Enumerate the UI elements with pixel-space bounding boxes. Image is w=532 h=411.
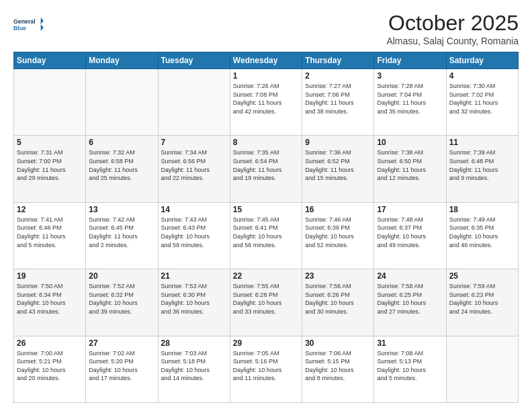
day-number: 13: [89, 205, 154, 214]
header-tuesday: Tuesday: [158, 52, 230, 69]
day-number: 3: [377, 71, 443, 81]
day-info: Sunrise: 7:06 AM Sunset: 5:15 PM Dayligh…: [305, 349, 371, 383]
day-number: 18: [449, 205, 515, 214]
day-info: Sunrise: 7:35 AM Sunset: 6:54 PM Dayligh…: [233, 148, 299, 182]
header-sunday: Sunday: [14, 52, 86, 69]
day-number: 28: [161, 338, 227, 348]
day-info: Sunrise: 7:02 AM Sunset: 5:20 PM Dayligh…: [89, 349, 154, 383]
calendar-cell: 15Sunrise: 7:45 AM Sunset: 6:41 PM Dayli…: [230, 202, 302, 269]
day-info: Sunrise: 7:49 AM Sunset: 6:35 PM Dayligh…: [449, 216, 515, 249]
svg-marker-2: [41, 17, 44, 31]
calendar-cell: 25Sunrise: 7:59 AM Sunset: 6:23 PM Dayli…: [446, 269, 518, 336]
logo: GeneralBlue: [13, 11, 47, 38]
calendar-week-3: 12Sunrise: 7:41 AM Sunset: 6:46 PM Dayli…: [14, 202, 519, 269]
day-number: 1: [233, 71, 299, 81]
calendar-cell: [86, 69, 158, 136]
calendar-cell: 2Sunrise: 7:27 AM Sunset: 7:06 PM Daylig…: [302, 69, 374, 136]
day-number: 29: [233, 338, 299, 348]
header-friday: Friday: [374, 52, 446, 69]
day-info: Sunrise: 7:03 AM Sunset: 5:18 PM Dayligh…: [161, 349, 227, 383]
day-number: 11: [449, 138, 515, 147]
day-info: Sunrise: 7:41 AM Sunset: 6:46 PM Dayligh…: [17, 216, 83, 249]
header-saturday: Saturday: [446, 52, 518, 69]
day-info: Sunrise: 7:52 AM Sunset: 6:32 PM Dayligh…: [89, 282, 154, 316]
calendar-cell: 4Sunrise: 7:30 AM Sunset: 7:02 PM Daylig…: [446, 69, 518, 136]
day-number: 26: [17, 338, 83, 348]
day-info: Sunrise: 7:27 AM Sunset: 7:06 PM Dayligh…: [305, 82, 371, 116]
calendar-cell: 14Sunrise: 7:43 AM Sunset: 6:43 PM Dayli…: [158, 202, 230, 269]
header: GeneralBlue October 2025 Almasu, Salaj C…: [13, 11, 519, 46]
calendar-cell: 11Sunrise: 7:39 AM Sunset: 6:48 PM Dayli…: [446, 136, 518, 202]
day-info: Sunrise: 7:42 AM Sunset: 6:45 PM Dayligh…: [89, 216, 154, 249]
day-number: 2: [305, 71, 371, 81]
calendar-cell: 6Sunrise: 7:32 AM Sunset: 6:58 PM Daylig…: [86, 136, 158, 202]
calendar-cell: 3Sunrise: 7:28 AM Sunset: 7:04 PM Daylig…: [374, 69, 446, 136]
calendar-week-5: 26Sunrise: 7:00 AM Sunset: 5:21 PM Dayli…: [14, 336, 519, 402]
location: Almasu, Salaj County, Romania: [386, 36, 519, 46]
calendar-cell: [446, 336, 518, 402]
day-number: 10: [377, 138, 443, 147]
calendar-cell: 12Sunrise: 7:41 AM Sunset: 6:46 PM Dayli…: [14, 202, 86, 269]
day-info: Sunrise: 7:26 AM Sunset: 7:08 PM Dayligh…: [233, 82, 299, 116]
calendar-week-4: 19Sunrise: 7:50 AM Sunset: 6:34 PM Dayli…: [14, 269, 519, 336]
day-info: Sunrise: 7:59 AM Sunset: 6:23 PM Dayligh…: [449, 282, 515, 316]
calendar-cell: 26Sunrise: 7:00 AM Sunset: 5:21 PM Dayli…: [14, 336, 86, 402]
header-thursday: Thursday: [302, 52, 374, 69]
calendar-cell: 18Sunrise: 7:49 AM Sunset: 6:35 PM Dayli…: [446, 202, 518, 269]
day-number: 9: [305, 138, 371, 147]
day-number: 16: [305, 205, 371, 214]
day-number: 8: [233, 138, 299, 147]
day-info: Sunrise: 7:31 AM Sunset: 7:00 PM Dayligh…: [17, 148, 83, 182]
day-number: 15: [233, 205, 299, 214]
day-number: 23: [305, 271, 371, 281]
day-number: 30: [305, 338, 371, 348]
day-number: 25: [449, 271, 515, 281]
day-info: Sunrise: 7:55 AM Sunset: 6:28 PM Dayligh…: [233, 282, 299, 316]
calendar-cell: 19Sunrise: 7:50 AM Sunset: 6:34 PM Dayli…: [14, 269, 86, 336]
calendar-cell: 21Sunrise: 7:53 AM Sunset: 6:30 PM Dayli…: [158, 269, 230, 336]
calendar-cell: 27Sunrise: 7:02 AM Sunset: 5:20 PM Dayli…: [86, 336, 158, 402]
calendar-cell: 7Sunrise: 7:34 AM Sunset: 6:56 PM Daylig…: [158, 136, 230, 202]
title-block: October 2025 Almasu, Salaj County, Roman…: [386, 11, 519, 46]
day-info: Sunrise: 7:43 AM Sunset: 6:43 PM Dayligh…: [161, 216, 227, 249]
day-number: 22: [233, 271, 299, 281]
day-info: Sunrise: 7:08 AM Sunset: 5:13 PM Dayligh…: [377, 349, 443, 383]
svg-text:Blue: Blue: [13, 25, 26, 32]
calendar-cell: 22Sunrise: 7:55 AM Sunset: 6:28 PM Dayli…: [230, 269, 302, 336]
calendar-week-1: 1Sunrise: 7:26 AM Sunset: 7:08 PM Daylig…: [14, 69, 519, 136]
calendar-cell: 17Sunrise: 7:48 AM Sunset: 6:37 PM Dayli…: [374, 202, 446, 269]
day-info: Sunrise: 7:05 AM Sunset: 5:16 PM Dayligh…: [233, 349, 299, 383]
day-number: 24: [377, 271, 443, 281]
day-info: Sunrise: 7:53 AM Sunset: 6:30 PM Dayligh…: [161, 282, 227, 316]
day-info: Sunrise: 7:39 AM Sunset: 6:48 PM Dayligh…: [449, 148, 515, 182]
day-info: Sunrise: 7:46 AM Sunset: 6:39 PM Dayligh…: [305, 216, 371, 249]
day-info: Sunrise: 7:32 AM Sunset: 6:58 PM Dayligh…: [89, 148, 154, 182]
day-number: 19: [17, 271, 83, 281]
logo-icon: GeneralBlue: [13, 11, 47, 38]
calendar-cell: [14, 69, 86, 136]
day-info: Sunrise: 7:58 AM Sunset: 6:25 PM Dayligh…: [377, 282, 443, 316]
day-info: Sunrise: 7:50 AM Sunset: 6:34 PM Dayligh…: [17, 282, 83, 316]
calendar-table: Sunday Monday Tuesday Wednesday Thursday…: [13, 52, 519, 403]
day-number: 14: [161, 205, 227, 214]
calendar-cell: 23Sunrise: 7:56 AM Sunset: 6:26 PM Dayli…: [302, 269, 374, 336]
header-wednesday: Wednesday: [230, 52, 302, 69]
month-title: October 2025: [386, 11, 519, 36]
day-number: 6: [89, 138, 154, 147]
svg-text:General: General: [13, 18, 36, 25]
day-number: 7: [161, 138, 227, 147]
day-number: 17: [377, 205, 443, 214]
day-info: Sunrise: 7:34 AM Sunset: 6:56 PM Dayligh…: [161, 148, 227, 182]
calendar-cell: 5Sunrise: 7:31 AM Sunset: 7:00 PM Daylig…: [14, 136, 86, 202]
calendar-cell: 13Sunrise: 7:42 AM Sunset: 6:45 PM Dayli…: [86, 202, 158, 269]
day-number: 4: [449, 71, 515, 81]
calendar-cell: 29Sunrise: 7:05 AM Sunset: 5:16 PM Dayli…: [230, 336, 302, 402]
calendar-cell: 16Sunrise: 7:46 AM Sunset: 6:39 PM Dayli…: [302, 202, 374, 269]
calendar-cell: 1Sunrise: 7:26 AM Sunset: 7:08 PM Daylig…: [230, 69, 302, 136]
day-info: Sunrise: 7:36 AM Sunset: 6:52 PM Dayligh…: [305, 148, 371, 182]
day-number: 27: [89, 338, 154, 348]
day-info: Sunrise: 7:00 AM Sunset: 5:21 PM Dayligh…: [17, 349, 83, 383]
day-number: 31: [377, 338, 443, 348]
day-number: 20: [89, 271, 154, 281]
calendar-cell: 20Sunrise: 7:52 AM Sunset: 6:32 PM Dayli…: [86, 269, 158, 336]
